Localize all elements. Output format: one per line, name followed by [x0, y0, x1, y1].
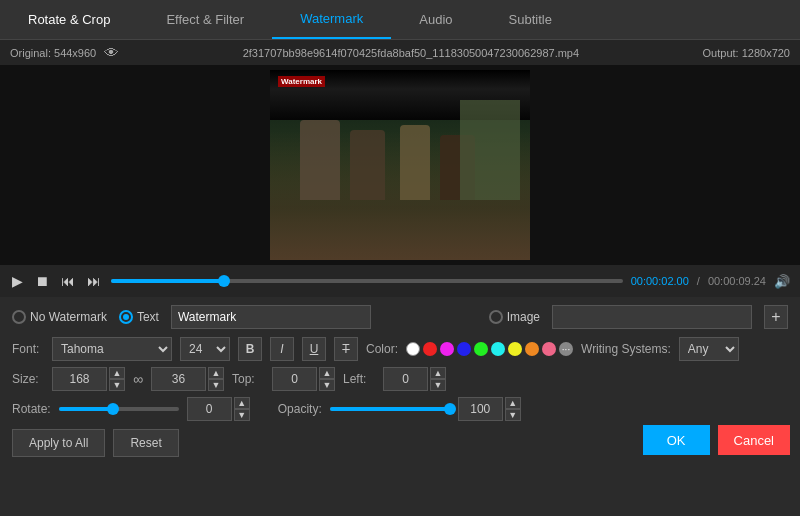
prev-frame-button[interactable]: ⏮: [59, 271, 77, 291]
rotate-up-button[interactable]: ▲: [234, 397, 250, 409]
original-size-label: Original: 544x960: [10, 47, 96, 59]
opacity-up-button[interactable]: ▲: [505, 397, 521, 409]
text-watermark-label: Text: [137, 310, 159, 324]
opacity-down-button[interactable]: ▼: [505, 409, 521, 421]
ok-button[interactable]: OK: [643, 425, 710, 455]
filename-label: 2f31707bb98e9614f070425fda8baf50_1118305…: [243, 47, 579, 59]
top-label: Top:: [232, 372, 264, 386]
rotate-row: Rotate: ▲ ▼ Opacity:: [12, 397, 788, 421]
opacity-label: Opacity:: [278, 402, 322, 416]
color-cyan[interactable]: [491, 342, 505, 356]
reset-button[interactable]: Reset: [113, 429, 178, 457]
writing-systems-select[interactable]: Any: [679, 337, 739, 361]
color-palette: ···: [406, 342, 573, 356]
left-down-button[interactable]: ▼: [430, 379, 446, 391]
tab-audio[interactable]: Audio: [391, 0, 480, 39]
playback-bar: ▶ ⏹ ⏮ ⏭ 00:00:02.00 / 00:00:09.24 🔊: [0, 265, 800, 297]
output-size-label: Output: 1280x720: [703, 47, 790, 59]
opacity-group: Opacity: ▲ ▼: [278, 397, 521, 421]
eye-icon[interactable]: 👁: [104, 44, 119, 61]
color-magenta[interactable]: [440, 342, 454, 356]
width-input-group: ▲ ▼: [52, 367, 125, 391]
time-current: 00:00:02.00: [631, 275, 689, 287]
image-radio-circle: [489, 310, 503, 324]
strikethrough-button[interactable]: T: [334, 337, 358, 361]
rotate-label: Rotate:: [12, 402, 51, 416]
image-watermark-radio[interactable]: Image: [489, 310, 540, 324]
top-input[interactable]: [272, 367, 317, 391]
watermark-row: No Watermark Text Image +: [12, 305, 788, 329]
left-input[interactable]: [383, 367, 428, 391]
rotate-down-button[interactable]: ▼: [234, 409, 250, 421]
no-watermark-radio-circle: [12, 310, 26, 324]
watermark-text-input[interactable]: [171, 305, 371, 329]
writing-systems-label: Writing Systems:: [581, 342, 671, 356]
tab-watermark[interactable]: Watermark: [272, 0, 391, 39]
underline-button[interactable]: U: [302, 337, 326, 361]
play-button[interactable]: ▶: [10, 271, 25, 291]
color-green[interactable]: [474, 342, 488, 356]
height-up-button[interactable]: ▲: [208, 367, 224, 379]
font-label: Font:: [12, 342, 44, 356]
color-blue[interactable]: [457, 342, 471, 356]
color-red[interactable]: [423, 342, 437, 356]
no-watermark-radio[interactable]: No Watermark: [12, 310, 107, 324]
time-total: 00:00:09.24: [708, 275, 766, 287]
top-down-button[interactable]: ▼: [319, 379, 335, 391]
apply-all-button[interactable]: Apply to All: [12, 429, 105, 457]
width-input[interactable]: [52, 367, 107, 391]
opacity-slider[interactable]: [330, 407, 450, 411]
left-up-button[interactable]: ▲: [430, 367, 446, 379]
color-white[interactable]: [406, 342, 420, 356]
height-down-button[interactable]: ▼: [208, 379, 224, 391]
volume-icon[interactable]: 🔊: [774, 274, 790, 289]
position-group: Top: ▲ ▼ Left: ▲ ▼: [232, 367, 446, 391]
text-watermark-radio[interactable]: Text: [119, 310, 159, 324]
width-down-button[interactable]: ▼: [109, 379, 125, 391]
link-size-icon[interactable]: ∞: [133, 371, 143, 387]
text-radio-circle: [119, 310, 133, 324]
font-row: Font: Tahoma 24 B I U T Color:: [12, 337, 788, 361]
top-up-button[interactable]: ▲: [319, 367, 335, 379]
progress-bar[interactable]: [111, 279, 623, 283]
height-input-group: ▲ ▼: [151, 367, 224, 391]
color-yellow[interactable]: [508, 342, 522, 356]
stop-button[interactable]: ⏹: [33, 271, 51, 291]
left-label: Left:: [343, 372, 375, 386]
time-separator: /: [697, 275, 700, 287]
tab-subtitle[interactable]: Subtitle: [481, 0, 580, 39]
image-watermark-label: Image: [507, 310, 540, 324]
color-more[interactable]: ···: [559, 342, 573, 356]
rotate-input[interactable]: [187, 397, 232, 421]
font-size-select[interactable]: 24: [180, 337, 230, 361]
font-select[interactable]: Tahoma: [52, 337, 172, 361]
cancel-button[interactable]: Cancel: [718, 425, 790, 455]
next-frame-button[interactable]: ⏭: [85, 271, 103, 291]
color-label: Color:: [366, 342, 398, 356]
rotate-slider[interactable]: [59, 407, 179, 411]
size-row: Size: ▲ ▼ ∞ ▲ ▼ Top:: [12, 367, 788, 391]
watermark-overlay: Watermark: [278, 76, 325, 87]
tab-rotate-crop[interactable]: Rotate & Crop: [0, 0, 138, 39]
color-pink[interactable]: [542, 342, 556, 356]
video-frame: Watermark: [270, 70, 530, 260]
video-info-bar: Original: 544x960 👁 2f31707bb98e9614f070…: [0, 40, 800, 65]
size-label: Size:: [12, 372, 44, 386]
add-image-button[interactable]: +: [764, 305, 788, 329]
tab-bar: Rotate & Crop Effect & Filter Watermark …: [0, 0, 800, 40]
color-orange[interactable]: [525, 342, 539, 356]
tab-effect-filter[interactable]: Effect & Filter: [138, 0, 272, 39]
video-container: Watermark: [0, 65, 800, 265]
no-watermark-label: No Watermark: [30, 310, 107, 324]
dialog-footer: OK Cancel: [643, 425, 790, 455]
width-up-button[interactable]: ▲: [109, 367, 125, 379]
italic-button[interactable]: I: [270, 337, 294, 361]
opacity-input[interactable]: [458, 397, 503, 421]
height-input[interactable]: [151, 367, 206, 391]
bold-button[interactable]: B: [238, 337, 262, 361]
image-path-input[interactable]: [552, 305, 752, 329]
